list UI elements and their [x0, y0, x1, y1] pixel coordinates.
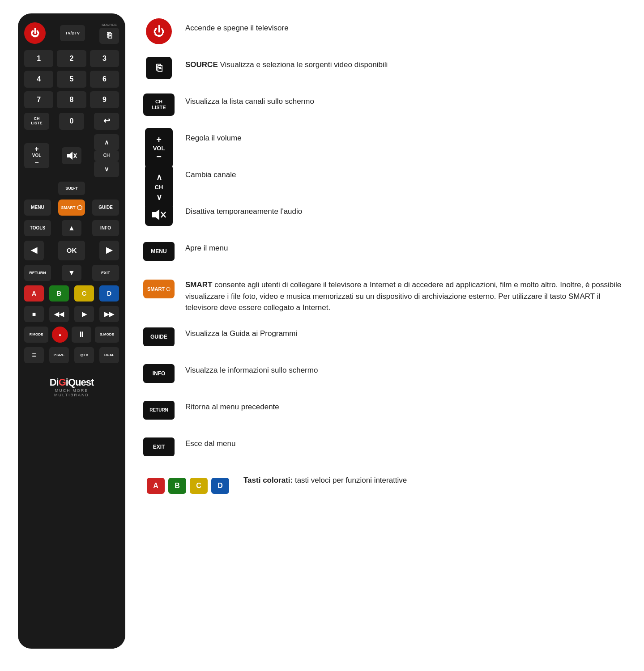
ok-button[interactable]: OK — [58, 241, 85, 260]
subt-button[interactable]: SUB-T — [58, 182, 85, 195]
brand-logo: DiGiQuest MUCH MORE MULTIBRAND — [50, 377, 94, 397]
tools-button[interactable]: TOOLS — [24, 220, 51, 236]
badge-a: A — [147, 478, 165, 494]
dual-button[interactable]: DUAL — [99, 347, 119, 363]
tvdtv-button[interactable]: TV/DTV — [60, 25, 85, 41]
smart-cube-icon: ⬡ — [77, 204, 82, 211]
source-description: SOURCE Visualizza e seleziona le sorgent… — [185, 55, 626, 71]
menu-button[interactable]: MENU — [24, 200, 51, 216]
mute-symbol — [145, 204, 173, 226]
exit-icon: EXIT — [143, 433, 175, 460]
ch-label: CH — [94, 150, 119, 161]
info-description: Visualzza le informazioni sullo schermo — [185, 360, 626, 376]
btn-2[interactable]: 2 — [57, 50, 86, 67]
mute-icon — [143, 201, 175, 228]
desc-chliste: CHLISTE Visualizza la lista canali sullo… — [143, 91, 626, 118]
rewind-button[interactable]: ◀◀ — [49, 306, 69, 322]
smart-btn-icon: ⬡ — [166, 286, 171, 292]
vol-symbol: + VOL − — [145, 128, 173, 168]
abcd-icon: A B C D — [143, 470, 233, 497]
vol-button[interactable]: + VOL − — [24, 143, 49, 168]
source-button[interactable]: ⎘ — [99, 28, 119, 44]
btn-4[interactable]: 4 — [24, 71, 53, 88]
return-button[interactable]: RETURN — [24, 265, 51, 281]
psize-button[interactable]: P.SIZE — [49, 347, 69, 363]
power-icon: ⏻ — [143, 18, 175, 45]
otv-button[interactable]: @TV — [74, 347, 94, 363]
btn-1[interactable]: 1 — [24, 50, 53, 67]
menu-symbol: MENU — [143, 242, 175, 261]
right-button[interactable]: ▶ — [99, 241, 119, 260]
smart-label: SMART — [61, 205, 76, 210]
down-button[interactable]: ▼ — [62, 265, 81, 281]
desc-power: ⏻ Accende e spegne il televisore — [143, 18, 626, 45]
mute-description: Disattiva temporaneamente l'audio — [185, 201, 626, 217]
btn-9[interactable]: 9 — [90, 91, 119, 108]
info-button[interactable]: INFO — [92, 220, 119, 236]
return-down-exit-row: RETURN ▼ EXIT — [24, 265, 119, 281]
pmode-row: P.MODE ● ⏸ S.MODE — [24, 327, 119, 343]
play-button[interactable]: ▶ — [74, 306, 94, 322]
source-symbol: ⎘ — [146, 57, 172, 79]
menu2-button[interactable]: ≡ — [24, 347, 44, 363]
stop-button[interactable]: ■ — [24, 306, 44, 322]
btn-7[interactable]: 7 — [24, 91, 53, 108]
badge-d: D — [211, 478, 229, 494]
exit-symbol: EXIT — [143, 437, 175, 456]
badge-c: C — [190, 478, 208, 494]
btn-b[interactable]: B — [49, 285, 69, 302]
btn-a[interactable]: A — [24, 285, 44, 302]
abcd-text: tasti veloci per funzioni interattive — [293, 476, 407, 484]
exit-description: Esce dal menu — [185, 433, 626, 450]
btn-0[interactable]: 0 — [59, 113, 84, 130]
desc-menu: MENU Apre il menu — [143, 238, 626, 265]
brand-tagline: MUCH MORE — [50, 388, 94, 393]
btn-d[interactable]: D — [99, 285, 119, 302]
btn-5[interactable]: 5 — [57, 71, 86, 88]
vol-description: Regola il volume — [185, 128, 626, 144]
guide-description: Visualizza la Guida ai Programmi — [185, 323, 626, 340]
source-text: Visualizza e seleziona le sorgenti video… — [218, 60, 388, 69]
btn-3[interactable]: 3 — [90, 50, 119, 67]
vol-icon: + VOL − — [143, 128, 175, 155]
bottom-row: ≡ P.SIZE @TV DUAL — [24, 347, 119, 363]
smode-button[interactable]: S.MODE — [95, 327, 119, 343]
chliste-description: Visualizza la lista canali sullo schermo — [185, 91, 626, 107]
guide-button[interactable]: GUIDE — [92, 200, 119, 216]
power-description: Accende e spegne il televisore — [185, 18, 626, 34]
btn-6[interactable]: 6 — [90, 71, 119, 88]
desc-source: ⎘ SOURCE Visualizza e seleziona le sorge… — [143, 55, 626, 81]
chliste-button-sm[interactable]: CHLISTE — [24, 113, 49, 130]
abcd-bold: Tasti colorati: — [243, 476, 293, 484]
fastforward-button[interactable]: ▶▶ — [99, 306, 119, 322]
pmode-button[interactable]: P.MODE — [24, 327, 48, 343]
power-button[interactable]: ⏻ — [24, 22, 46, 44]
source-bold: SOURCE — [185, 60, 218, 69]
btn-c[interactable]: C — [74, 285, 94, 302]
ch-down-button[interactable]: ∨ — [94, 161, 119, 177]
mute-button[interactable] — [62, 147, 81, 164]
exit-button[interactable]: EXIT — [92, 265, 119, 281]
return-icon: RETURN — [143, 397, 175, 424]
chliste-icon: CHLISTE — [143, 91, 175, 118]
rec-button[interactable]: ● — [52, 327, 68, 343]
desc-info: INFO Visualzza le informazioni sullo sch… — [143, 360, 626, 387]
ch-description: Cambia canale — [185, 165, 626, 181]
info-symbol: INFO — [143, 364, 175, 383]
pause-button[interactable]: ⏸ — [72, 327, 91, 343]
up-button[interactable]: ▲ — [62, 220, 81, 236]
left-button[interactable]: ◀ — [24, 241, 44, 260]
back-button[interactable]: ↩ — [94, 113, 119, 130]
source-icon: ⎘ — [143, 55, 175, 81]
abcd-row: A B C D — [24, 285, 119, 302]
brand-multibrand: MULTIBRAND — [50, 393, 94, 397]
desc-abcd: A B C D Tasti colorati: tasti veloci per… — [143, 470, 626, 497]
abcd-description: Tasti colorati: tasti veloci per funzion… — [243, 470, 626, 486]
desc-vol: + VOL − Regola il volume — [143, 128, 626, 155]
ch-up-button[interactable]: ∧ — [94, 134, 119, 150]
remote-top-row: ⏻ TV/DTV SOURCE ⎘ — [24, 22, 119, 44]
smart-button[interactable]: SMART ⬡ — [58, 200, 85, 216]
desc-mute: Disattiva temporaneamente l'audio — [143, 201, 626, 228]
btn-8[interactable]: 8 — [57, 91, 86, 108]
return-description: Ritorna al menu precedente — [185, 397, 626, 413]
